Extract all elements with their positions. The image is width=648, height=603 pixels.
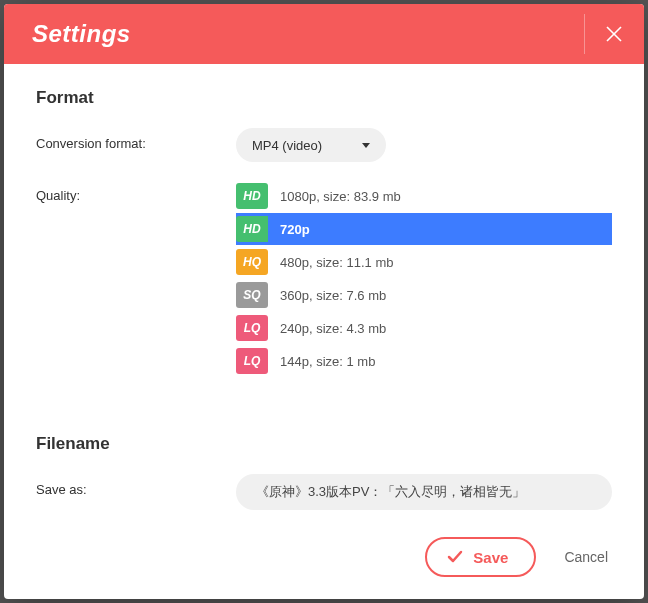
saveas-row: Save as: 《原神》3.3版本PV：「六入尽明，诸相皆无」 (36, 474, 612, 510)
quality-option[interactable]: LQ240p, size: 4.3 mb (236, 312, 612, 344)
quality-badge: LQ (236, 315, 268, 341)
cancel-button[interactable]: Cancel (564, 549, 608, 565)
quality-row: Quality: HD1080p, size: 83.9 mbHD720pHQ4… (36, 180, 612, 378)
close-button[interactable] (584, 14, 624, 54)
filename-heading: Filename (36, 434, 612, 454)
conversion-format-value: MP4 (video) (252, 138, 322, 153)
saveas-input[interactable]: 《原神》3.3版本PV：「六入尽明，诸相皆无」 (236, 474, 612, 510)
quality-label: Quality: (36, 180, 236, 203)
quality-option-label: 240p, size: 4.3 mb (280, 321, 386, 336)
quality-badge: LQ (236, 348, 268, 374)
saveas-value: 《原神》3.3版本PV：「六入尽明，诸相皆无」 (256, 483, 525, 501)
close-icon (605, 25, 623, 43)
quality-option[interactable]: HD720p (236, 213, 612, 245)
quality-option[interactable]: HD1080p, size: 83.9 mb (236, 180, 612, 212)
quality-option-label: 360p, size: 7.6 mb (280, 288, 386, 303)
conversion-format-row: Conversion format: MP4 (video) (36, 128, 612, 162)
check-icon (447, 550, 463, 564)
save-button-label: Save (473, 549, 508, 566)
quality-option[interactable]: HQ480p, size: 11.1 mb (236, 246, 612, 278)
chevron-down-icon (362, 143, 370, 148)
conversion-format-label: Conversion format: (36, 128, 236, 151)
modal-footer: Save Cancel (4, 525, 644, 599)
settings-modal: Settings Format Conversion format: MP4 (… (4, 4, 644, 599)
quality-option-label: 480p, size: 11.1 mb (280, 255, 393, 270)
quality-badge: HQ (236, 249, 268, 275)
modal-title: Settings (32, 20, 131, 48)
quality-option-label: 720p (280, 222, 310, 237)
save-button[interactable]: Save (425, 537, 536, 577)
quality-badge: SQ (236, 282, 268, 308)
titlebar: Settings (4, 4, 644, 64)
quality-option[interactable]: LQ144p, size: 1 mb (236, 345, 612, 377)
saveas-label: Save as: (36, 474, 236, 497)
modal-content: Format Conversion format: MP4 (video) Qu… (4, 64, 644, 525)
quality-option-label: 1080p, size: 83.9 mb (280, 189, 401, 204)
quality-badge: HD (236, 216, 268, 242)
quality-list: HD1080p, size: 83.9 mbHD720pHQ480p, size… (236, 180, 612, 378)
quality-option[interactable]: SQ360p, size: 7.6 mb (236, 279, 612, 311)
quality-option-label: 144p, size: 1 mb (280, 354, 375, 369)
format-heading: Format (36, 88, 612, 108)
quality-badge: HD (236, 183, 268, 209)
conversion-format-select[interactable]: MP4 (video) (236, 128, 386, 162)
